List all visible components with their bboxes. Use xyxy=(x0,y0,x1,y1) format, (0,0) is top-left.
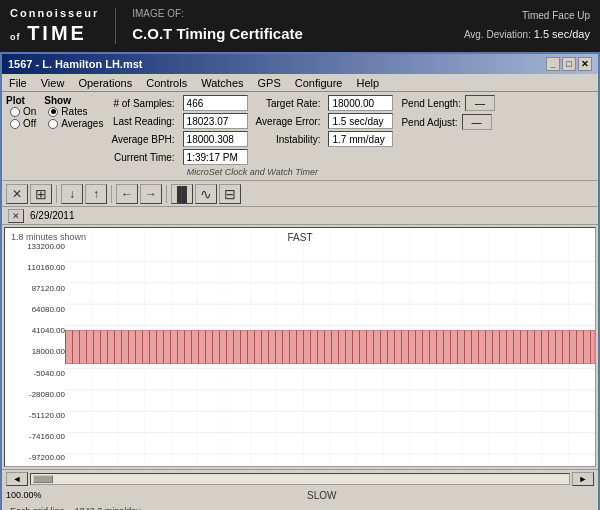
avg-error-value: 1.5 sec/day xyxy=(328,113,393,129)
banner-center: IMAGE OF: C.O.T Timing Certificate xyxy=(132,6,303,46)
main-window: 1567 - L. Hamilton LH.mst _ □ ✕ File Vie… xyxy=(0,52,600,510)
timed-face-label: Timed Face Up xyxy=(464,7,590,25)
flat-button[interactable]: ⊟ xyxy=(219,184,241,204)
logo-of: of xyxy=(10,32,21,42)
grid-label-bar: Each grid line = 1843.2 mins/day xyxy=(2,503,598,510)
menu-file[interactable]: File xyxy=(6,77,30,89)
wave-button[interactable]: ∿ xyxy=(195,184,217,204)
menu-watches[interactable]: Watches xyxy=(198,77,246,89)
pend-adjust-row: Pend Adjust: — xyxy=(401,114,495,130)
pend-controls: Pend Length: — Pend Adjust: — xyxy=(401,95,495,130)
y-label-7: -28080.00 xyxy=(9,390,65,399)
titlebar: 1567 - L. Hamilton LH.mst _ □ ✕ xyxy=(2,54,598,74)
average-bph-value: 18000.308 xyxy=(183,131,248,147)
show-radio-group: Rates Averages xyxy=(48,106,103,129)
banner-divider xyxy=(115,8,116,44)
icon-sep-3 xyxy=(166,185,167,203)
show-rates-label: Rates xyxy=(61,106,87,117)
cancel-button[interactable]: ✕ xyxy=(6,184,28,204)
toolbar: Plot On Off Show xyxy=(2,92,598,181)
show-label: Show xyxy=(44,95,103,106)
plot-on-radio[interactable] xyxy=(10,107,20,117)
down-button[interactable]: ↓ xyxy=(61,184,83,204)
y-label-3: 64080.00 xyxy=(9,305,65,314)
show-averages-radio[interactable] xyxy=(48,119,58,129)
y-label-8: -51120.00 xyxy=(9,411,65,420)
y-label-4: 41040.00 xyxy=(9,326,65,335)
plot-label: Plot xyxy=(6,95,36,106)
close-button[interactable]: ✕ xyxy=(578,57,592,71)
menu-controls[interactable]: Controls xyxy=(143,77,190,89)
svg-rect-31 xyxy=(65,330,595,363)
date-value: 6/29/2011 xyxy=(30,210,75,221)
show-rates-row[interactable]: Rates xyxy=(48,106,103,117)
plot-group: Plot On Off xyxy=(6,95,36,129)
icon-bar: ✕ ⊞ ↓ ↑ ← → ▐▌ ∿ ⊟ xyxy=(2,181,598,207)
avg-deviation-value: 1.5 sec/day xyxy=(534,28,590,40)
plot-off-radio[interactable] xyxy=(10,119,20,129)
menu-operations[interactable]: Operations xyxy=(75,77,135,89)
stats-grid: # of Samples: 466 Target Rate: 18000.00 … xyxy=(111,95,393,177)
cert-title: C.O.T Timing Certificate xyxy=(132,22,303,46)
zoom-label: 100.00% xyxy=(6,490,42,500)
scroll-thumb[interactable] xyxy=(33,475,53,483)
image-of-label: IMAGE OF: xyxy=(132,6,303,22)
pend-adjust-label: Pend Adjust: xyxy=(401,117,457,128)
titlebar-buttons: _ □ ✕ xyxy=(546,57,592,71)
scroll-left-button[interactable]: ◄ xyxy=(6,472,28,486)
microset-label: MicroSet Clock and Watch Timer xyxy=(111,167,393,177)
show-averages-row[interactable]: Averages xyxy=(48,118,103,129)
banner-right: Timed Face Up Avg. Deviation: 1.5 sec/da… xyxy=(464,7,590,45)
show-averages-label: Averages xyxy=(61,118,103,129)
target-rate-value: 18000.00 xyxy=(328,95,393,111)
menu-configure[interactable]: Configure xyxy=(292,77,346,89)
up-button[interactable]: ↑ xyxy=(85,184,107,204)
minimize-button[interactable]: _ xyxy=(546,57,560,71)
right-button[interactable]: → xyxy=(140,184,162,204)
fast-label: FAST xyxy=(287,232,312,243)
plot-on-row[interactable]: On xyxy=(10,106,36,117)
y-label-2: 87120.00 xyxy=(9,284,65,293)
pend-length-value: — xyxy=(465,95,495,111)
scale-button[interactable]: ⊞ xyxy=(30,184,52,204)
samples-label: # of Samples: xyxy=(111,98,174,109)
bar-chart-button[interactable]: ▐▌ xyxy=(171,184,193,204)
banner: Connoisseur of TIME IMAGE OF: C.O.T Timi… xyxy=(0,0,600,52)
logo: Connoisseur of TIME xyxy=(10,7,99,44)
window-title: 1567 - L. Hamilton LH.mst xyxy=(8,58,142,70)
date-close-button[interactable]: ✕ xyxy=(8,209,24,223)
scroll-right-button[interactable]: ► xyxy=(572,472,594,486)
slow-label: SLOW xyxy=(50,489,594,502)
plot-on-label: On xyxy=(23,106,36,117)
plot-radio-group: On Off xyxy=(10,106,36,129)
logo-time: TIME xyxy=(27,22,87,44)
plot-off-row[interactable]: Off xyxy=(10,118,36,129)
plot-controls: Plot On Off Show xyxy=(6,95,103,129)
left-button[interactable]: ← xyxy=(116,184,138,204)
grid-label: Each grid line = 1843.2 mins/day xyxy=(6,505,145,510)
show-rates-radio[interactable] xyxy=(48,107,58,117)
pend-adjust-value: — xyxy=(462,114,492,130)
y-label-9: -74160.00 xyxy=(9,432,65,441)
pend-length-row: Pend Length: — xyxy=(401,95,495,111)
status-row: 100.00% SLOW xyxy=(2,487,598,503)
avg-deviation-label: Avg. Deviation: xyxy=(464,29,531,40)
maximize-button[interactable]: □ xyxy=(562,57,576,71)
show-group: Show Rates Averages xyxy=(44,95,103,129)
y-label-0: 133200.00 xyxy=(9,242,65,251)
menu-gps[interactable]: GPS xyxy=(255,77,284,89)
icon-sep-2 xyxy=(111,185,112,203)
datebar: ✕ 6/29/2011 xyxy=(2,207,598,225)
avg-error-label: Average Error: xyxy=(256,116,321,127)
avg-deviation: Avg. Deviation: 1.5 sec/day xyxy=(464,25,590,45)
menu-view[interactable]: View xyxy=(38,77,68,89)
horizontal-scrollbar[interactable] xyxy=(30,473,570,485)
menubar: File View Operations Controls Watches GP… xyxy=(2,74,598,92)
y-axis: 133200.00 110160.00 87120.00 64080.00 41… xyxy=(5,228,65,466)
average-bph-label: Average BPH: xyxy=(111,134,174,145)
menu-help[interactable]: Help xyxy=(354,77,383,89)
icon-sep-1 xyxy=(56,185,57,203)
chart-container: 1.8 minutes shown FAST 133200.00 110160.… xyxy=(4,227,596,467)
plot-off-label: Off xyxy=(23,118,36,129)
y-label-6: -5040.00 xyxy=(9,369,65,378)
